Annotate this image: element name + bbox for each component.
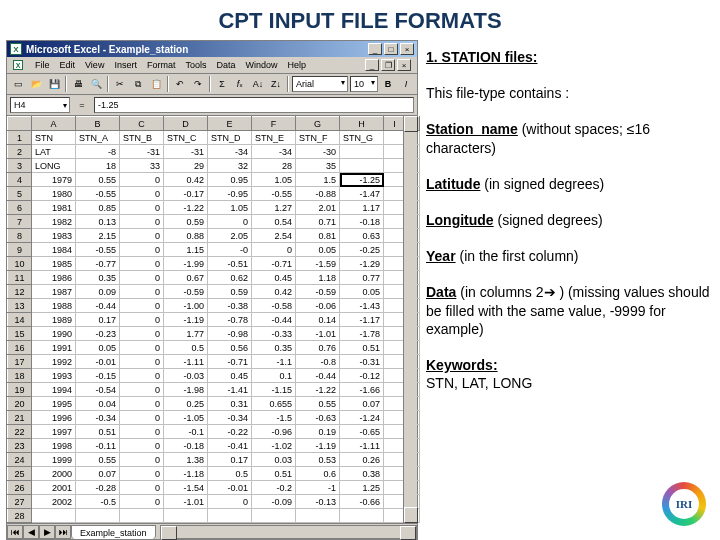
cell[interactable]: -0.71 (252, 257, 296, 271)
cell[interactable]: -1.24 (340, 411, 384, 425)
cell[interactable]: -1.17 (340, 313, 384, 327)
cell[interactable]: 1988 (32, 299, 76, 313)
cell[interactable]: -1.15 (252, 383, 296, 397)
italic-icon[interactable]: I (398, 76, 414, 92)
redo-icon[interactable]: ↷ (190, 76, 206, 92)
menu-file[interactable]: File (35, 60, 50, 70)
cell[interactable]: 0 (120, 355, 164, 369)
cell[interactable]: 0.95 (208, 173, 252, 187)
row-header[interactable]: 6 (8, 201, 32, 215)
cell[interactable]: 29 (164, 159, 208, 173)
cell[interactable]: 0.05 (76, 341, 120, 355)
cell[interactable]: 0 (120, 187, 164, 201)
cell[interactable]: -34 (252, 145, 296, 159)
cell[interactable]: 2.01 (296, 201, 340, 215)
cell[interactable]: 1994 (32, 383, 76, 397)
cell[interactable]: -31 (164, 145, 208, 159)
cell[interactable]: -0.54 (76, 383, 120, 397)
cell[interactable]: 0.67 (164, 271, 208, 285)
sort-asc-icon[interactable]: A↓ (250, 76, 266, 92)
cell[interactable]: -0.63 (296, 411, 340, 425)
cell[interactable]: -0.01 (208, 481, 252, 495)
cell[interactable]: -8 (76, 145, 120, 159)
cell[interactable]: -34 (208, 145, 252, 159)
cell[interactable]: -0.25 (340, 243, 384, 257)
cell[interactable]: -1.19 (296, 439, 340, 453)
cell[interactable]: 0 (120, 229, 164, 243)
cell[interactable]: -31 (120, 145, 164, 159)
row-header[interactable]: 26 (8, 481, 32, 495)
cell[interactable]: 0 (120, 467, 164, 481)
cell[interactable]: -0 (208, 243, 252, 257)
cell[interactable]: 0.1 (252, 369, 296, 383)
cell[interactable]: 0 (208, 495, 252, 509)
cell[interactable]: 0 (120, 383, 164, 397)
cell[interactable]: 0 (208, 215, 252, 229)
font-name-combo[interactable]: Arial (292, 76, 348, 92)
cell[interactable]: 0 (120, 453, 164, 467)
cell[interactable]: 0.51 (252, 467, 296, 481)
cell[interactable]: 0.55 (296, 397, 340, 411)
cell[interactable]: 32 (208, 159, 252, 173)
cell[interactable]: 2001 (32, 481, 76, 495)
cell[interactable]: 0.5 (208, 467, 252, 481)
row-header[interactable]: 18 (8, 369, 32, 383)
menu-format[interactable]: Format (147, 60, 176, 70)
cell[interactable]: 0 (120, 271, 164, 285)
cell[interactable]: 1997 (32, 425, 76, 439)
maximize-button[interactable]: □ (384, 43, 398, 55)
row-header[interactable]: 1 (8, 131, 32, 145)
doc-minimize-button[interactable]: _ (365, 59, 379, 71)
row-header[interactable]: 24 (8, 453, 32, 467)
copy-icon[interactable]: ⧉ (130, 76, 146, 92)
cell[interactable] (76, 509, 120, 523)
cell[interactable]: 1.27 (252, 201, 296, 215)
cell[interactable]: -0.59 (296, 285, 340, 299)
cell[interactable]: STN (32, 131, 76, 145)
horizontal-scrollbar[interactable] (160, 525, 417, 539)
cell[interactable]: 33 (120, 159, 164, 173)
cell[interactable]: -1.59 (296, 257, 340, 271)
cell[interactable]: STN_E (252, 131, 296, 145)
cell[interactable]: -0.55 (76, 243, 120, 257)
print-icon[interactable]: 🖶 (70, 76, 86, 92)
cell[interactable]: -0.71 (208, 355, 252, 369)
cell[interactable]: 0 (120, 201, 164, 215)
cell[interactable]: -1.99 (164, 257, 208, 271)
cell[interactable]: 0 (120, 299, 164, 313)
column-header[interactable]: E (208, 117, 252, 131)
cell[interactable]: STN_A (76, 131, 120, 145)
cell[interactable]: 1996 (32, 411, 76, 425)
cell[interactable]: -0.09 (252, 495, 296, 509)
cell[interactable]: -1.01 (296, 327, 340, 341)
cell[interactable] (208, 509, 252, 523)
cell[interactable]: -0.66 (340, 495, 384, 509)
cell[interactable]: 1982 (32, 215, 76, 229)
cell[interactable]: 1985 (32, 257, 76, 271)
cell[interactable]: 1995 (32, 397, 76, 411)
cell[interactable]: 1.77 (164, 327, 208, 341)
tab-prev-icon[interactable]: ◀ (23, 525, 39, 539)
cell[interactable]: 0.63 (340, 229, 384, 243)
column-header[interactable]: D (164, 117, 208, 131)
cell[interactable]: -1.22 (296, 383, 340, 397)
cell[interactable]: 0.54 (252, 215, 296, 229)
cell[interactable]: 0 (120, 313, 164, 327)
select-all-corner[interactable] (8, 117, 32, 131)
column-header[interactable]: F (252, 117, 296, 131)
cell[interactable]: 0 (120, 495, 164, 509)
cell[interactable]: -0.55 (252, 187, 296, 201)
cell[interactable]: -0.8 (296, 355, 340, 369)
cell[interactable]: 1999 (32, 453, 76, 467)
row-header[interactable]: 21 (8, 411, 32, 425)
cell[interactable]: 0.45 (252, 271, 296, 285)
row-header[interactable]: 28 (8, 509, 32, 523)
cell[interactable]: -0.22 (208, 425, 252, 439)
cell[interactable]: -1.11 (340, 439, 384, 453)
cell[interactable]: 0 (120, 285, 164, 299)
tab-next-icon[interactable]: ▶ (39, 525, 55, 539)
cell[interactable]: -1.66 (340, 383, 384, 397)
row-header[interactable]: 12 (8, 285, 32, 299)
cell[interactable] (296, 509, 340, 523)
cell[interactable]: 1987 (32, 285, 76, 299)
